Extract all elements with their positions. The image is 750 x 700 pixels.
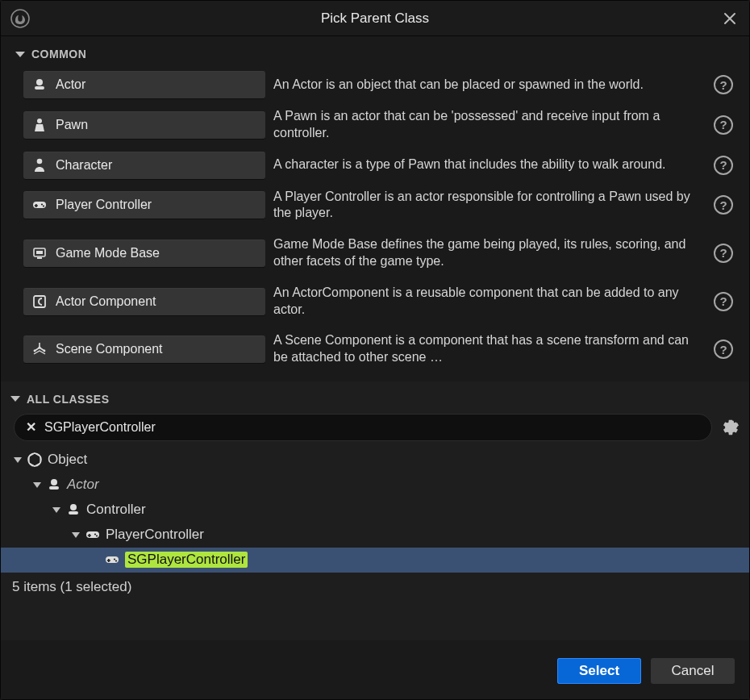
svg-rect-23 <box>86 531 99 538</box>
tree-row-label: Object <box>48 452 87 468</box>
common-section-label: COMMON <box>31 48 86 60</box>
svg-point-3 <box>37 119 42 123</box>
settings-button[interactable] <box>720 417 741 438</box>
common-class-row: PawnA Pawn is an actor that can be 'poss… <box>6 101 744 149</box>
help-button[interactable]: ? <box>714 156 733 175</box>
common-class-label: Character <box>56 158 112 173</box>
scenecomp-icon <box>31 341 48 357</box>
common-class-row: ActorAn Actor is an object that can be p… <box>6 69 744 101</box>
unreal-logo-icon <box>10 9 30 28</box>
common-class-row: Game Mode BaseGame Mode Base defines the… <box>6 229 744 277</box>
expand-icon[interactable] <box>72 532 80 538</box>
svg-rect-28 <box>106 556 119 563</box>
all-classes-header[interactable]: ALL CLASSES <box>1 381 749 414</box>
collapse-icon <box>15 52 25 57</box>
tree-row-label: SGPlayerController <box>125 552 248 568</box>
all-classes-section: ALL CLASSES ✕ SGPlayerController ObjectA… <box>1 381 749 640</box>
common-class-row: CharacterA character is a type of Pawn t… <box>6 149 744 181</box>
expand-icon[interactable] <box>52 507 60 513</box>
common-class-row: Scene ComponentA Scene Component is a co… <box>6 325 744 373</box>
tree-row[interactable]: Actor <box>1 473 749 498</box>
actorcomp-icon <box>31 294 48 310</box>
actor-icon <box>65 502 81 518</box>
titlebar: Pick Parent Class <box>1 1 749 36</box>
actor-icon <box>46 477 62 493</box>
svg-rect-5 <box>33 202 46 208</box>
collapse-icon <box>10 396 20 402</box>
tree-row[interactable]: PlayerController <box>1 523 749 548</box>
character-icon <box>31 157 48 173</box>
status-bar: 5 items (1 selected) <box>1 576 749 602</box>
help-button[interactable]: ? <box>714 292 733 311</box>
dialog-body: COMMON ActorAn Actor is an object that c… <box>1 36 749 640</box>
tree-row[interactable]: Controller <box>1 498 749 523</box>
pawn-icon <box>31 117 48 133</box>
help-button[interactable]: ? <box>714 115 733 135</box>
common-class-row: Actor ComponentAn ActorComponent is a re… <box>6 277 744 326</box>
common-class-label: Player Controller <box>56 198 152 212</box>
svg-point-21 <box>70 504 77 510</box>
class-tree: ObjectActorControllerPlayerControllerSGP… <box>1 446 749 576</box>
common-class-description: Game Mode Base defines the game being pl… <box>270 231 701 275</box>
svg-point-9 <box>43 206 44 207</box>
svg-point-27 <box>96 535 98 537</box>
tree-row-label: PlayerController <box>106 527 204 543</box>
common-class-description: A character is a type of Pawn that inclu… <box>270 152 701 178</box>
help-button[interactable]: ? <box>714 195 733 215</box>
cancel-button-label: Cancel <box>672 663 715 679</box>
cancel-button[interactable]: Cancel <box>651 658 735 684</box>
common-class-label: Actor Component <box>56 294 156 309</box>
common-class-button[interactable]: Actor Component <box>23 288 265 315</box>
svg-rect-22 <box>69 511 78 515</box>
svg-rect-11 <box>37 257 42 259</box>
svg-point-18 <box>28 453 41 466</box>
common-class-description: An Actor is an object that can be placed… <box>270 72 701 98</box>
help-button[interactable]: ? <box>714 340 733 359</box>
common-class-description: A Player Controller is an actor responsi… <box>270 184 701 227</box>
select-button[interactable]: Select <box>557 658 641 684</box>
clear-search-icon[interactable]: ✕ <box>26 419 36 435</box>
help-button[interactable]: ? <box>714 244 733 263</box>
svg-point-19 <box>51 479 57 485</box>
gamemode-icon <box>31 245 48 261</box>
expand-icon[interactable] <box>14 457 22 463</box>
select-button-label: Select <box>579 663 619 679</box>
gamepad-icon <box>85 527 101 543</box>
gamepad-icon <box>104 552 120 568</box>
object-icon <box>27 452 43 468</box>
svg-rect-7 <box>35 206 38 207</box>
common-class-button[interactable]: Actor <box>23 71 265 98</box>
tree-row[interactable]: SGPlayerController <box>1 548 749 573</box>
help-button[interactable]: ? <box>714 75 733 94</box>
svg-rect-30 <box>107 560 110 562</box>
svg-rect-25 <box>88 535 91 537</box>
tree-row[interactable]: Object <box>1 448 749 473</box>
common-section-header[interactable]: COMMON <box>6 36 744 69</box>
svg-point-1 <box>36 79 43 85</box>
common-class-description: A Scene Component is a component that ha… <box>270 327 701 371</box>
common-class-button[interactable]: Player Controller <box>23 191 265 219</box>
common-class-description: A Pawn is an actor that can be 'possesse… <box>270 103 701 147</box>
common-class-label: Actor <box>56 77 85 92</box>
search-value: SGPlayerController <box>44 420 156 435</box>
common-class-button[interactable]: Scene Component <box>23 335 265 363</box>
svg-rect-20 <box>49 486 59 490</box>
svg-point-8 <box>41 204 43 206</box>
svg-point-0 <box>11 10 29 27</box>
svg-point-32 <box>115 560 117 562</box>
pick-parent-class-dialog: Pick Parent Class COMMON ActorAn Actor i… <box>0 0 750 700</box>
common-class-button[interactable]: Character <box>23 152 265 179</box>
svg-point-16 <box>44 350 46 352</box>
expand-icon[interactable] <box>33 482 41 488</box>
common-class-label: Scene Component <box>56 342 163 356</box>
common-class-label: Game Mode Base <box>56 246 160 260</box>
svg-point-4 <box>37 158 43 164</box>
common-class-button[interactable]: Pawn <box>23 111 265 139</box>
tree-row-label: Actor <box>67 477 99 493</box>
search-input[interactable]: ✕ SGPlayerController <box>14 414 712 441</box>
close-button[interactable] <box>722 10 738 27</box>
common-class-button[interactable]: Game Mode Base <box>23 240 265 267</box>
svg-point-31 <box>114 559 115 560</box>
all-classes-label: ALL CLASSES <box>27 393 109 406</box>
gamepad-icon <box>31 197 48 213</box>
